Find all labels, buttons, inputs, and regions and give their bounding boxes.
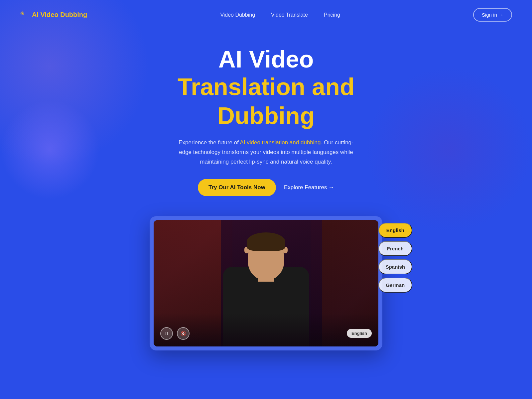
pause-icon: ⏸ [164, 331, 169, 336]
logo[interactable]: ☀ AI Video Dubbing [20, 10, 87, 20]
video-container: ⏸ 🔇 English English French Spanish Germa… [150, 216, 382, 350]
try-ai-tools-button[interactable]: Try Our AI Tools Now [198, 179, 276, 196]
video-wrapper: ⏸ 🔇 English [150, 216, 382, 350]
lang-french[interactable]: French [378, 241, 412, 256]
navbar: ☀ AI Video Dubbing Video Dubbing Video T… [0, 0, 532, 30]
nav-pricing[interactable]: Pricing [324, 12, 340, 18]
hero-description: Experience the future of AI video transl… [173, 138, 359, 167]
lang-spanish[interactable]: Spanish [378, 259, 412, 274]
language-selector: English French Spanish German [378, 223, 412, 293]
nav-video-dubbing[interactable]: Video Dubbing [220, 12, 255, 18]
lang-german[interactable]: German [378, 278, 412, 293]
hero-description-plain: Experience the future of [179, 139, 240, 146]
pause-button[interactable]: ⏸ [160, 327, 173, 340]
lang-english[interactable]: English [378, 223, 412, 238]
person-hair [247, 232, 285, 251]
explore-features-button[interactable]: Explore Features → [284, 184, 334, 191]
video-controls: ⏸ 🔇 English [160, 327, 372, 340]
hero-title-yellow: Translation andDubbing [178, 73, 354, 129]
signin-button[interactable]: Sign in → [473, 8, 512, 22]
logo-sun-icon: ☀ [20, 10, 29, 20]
hero-buttons: Try Our AI Tools Now Explore Features → [66, 179, 466, 196]
nav-links: Video Dubbing Video Translate Pricing [220, 12, 340, 18]
hero-title-white: AI Video [218, 46, 314, 72]
mute-icon: 🔇 [181, 331, 186, 336]
mute-button[interactable]: 🔇 [177, 327, 190, 340]
logo-text: AI Video Dubbing [32, 11, 87, 19]
hero-description-highlight: AI video translation and dubbing [240, 139, 321, 146]
current-language-badge: English [347, 329, 372, 338]
video-section: ⏸ 🔇 English English French Spanish Germa… [0, 209, 532, 370]
hero-section: AI Video Translation andDubbing Experien… [0, 30, 532, 209]
video-player[interactable]: ⏸ 🔇 English [154, 220, 378, 346]
controls-left: ⏸ 🔇 [160, 327, 190, 340]
nav-video-translate[interactable]: Video Translate [271, 12, 308, 18]
